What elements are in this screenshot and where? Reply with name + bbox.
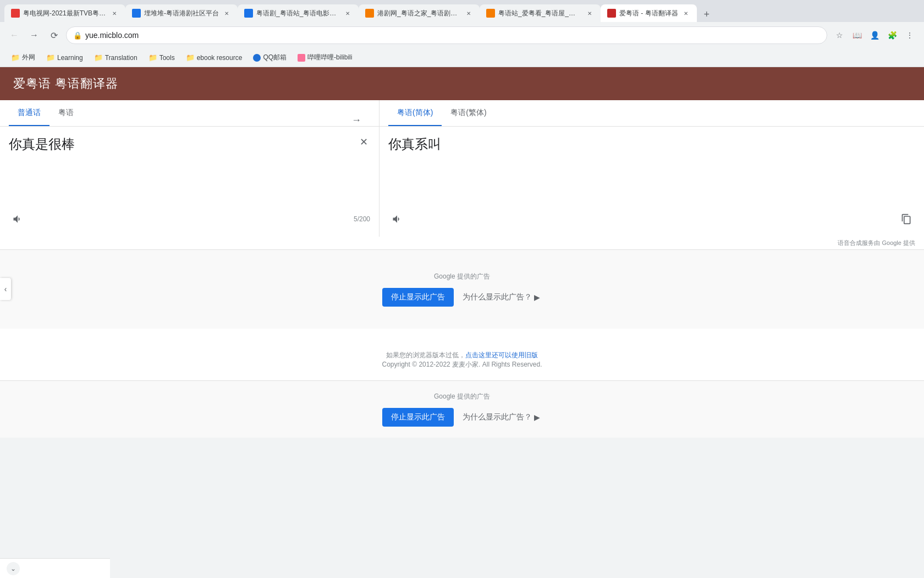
footer-copyright: Copyright © 2012-2022 麦麦小家. All Rights R… <box>0 360 924 369</box>
tab-2[interactable]: 埋堆堆-粤语港剧社区平台 ✕ <box>125 4 238 22</box>
bottom-bar: ⌄ <box>0 558 110 578</box>
bookmark-label: Tools <box>160 54 175 62</box>
tab-close-3[interactable]: ✕ <box>343 9 352 18</box>
tab-favicon-6 <box>607 9 616 18</box>
swap-button[interactable]: → <box>343 114 370 126</box>
tab-label-1: 粤电视网-2021最新TVB粤语... <box>23 9 107 18</box>
tab-close-2[interactable]: ✕ <box>222 9 231 18</box>
bookmark-translation[interactable]: 📁 Translation <box>90 51 142 64</box>
translator-container: 普通话 粤语 → 粤语(简体) 粤语(繁体) <box>0 100 924 250</box>
bottom-ad-why-icon: ▶ <box>534 413 540 422</box>
ad-why-label-1: 为什么显示此广告？ <box>463 292 532 302</box>
collapse-button[interactable]: ⌄ <box>7 562 20 575</box>
ad-buttons-1: 停止显示此广告 为什么显示此广告？ ▶ <box>382 288 542 307</box>
bookmark-label: 哔哩哔哩-bilibili <box>307 53 352 62</box>
extensions-button[interactable]: 🧩 <box>884 28 900 43</box>
clear-button[interactable]: ✕ <box>357 135 370 149</box>
footer: 如果您的浏览器版本过低，点击这里还可以使用旧版 Copyright © 2012… <box>0 329 924 380</box>
main-content: 普通话 粤语 → 粤语(简体) 粤语(繁体) <box>0 100 924 438</box>
bottom-ad-stop-button[interactable]: 停止显示此广告 <box>382 408 454 427</box>
tab-label-2: 埋堆堆-粤语港剧社区平台 <box>144 9 219 18</box>
bookmark-ebook[interactable]: 📁 ebook resource <box>182 51 247 64</box>
tab-close-6[interactable]: ✕ <box>681 9 690 18</box>
left-arrow-button[interactable]: ‹ <box>0 278 11 300</box>
footer-link[interactable]: 点击这里还可以使用旧版 <box>465 351 538 359</box>
tab-close-4[interactable]: ✕ <box>464 9 473 18</box>
footer-notice: 如果您的浏览器版本过低，点击这里还可以使用旧版 <box>0 351 924 360</box>
address-bar[interactable]: 🔒 yue.micblo.com <box>66 26 827 44</box>
address-text: yue.micblo.com <box>85 31 820 40</box>
site-title: 爱粤语 粤语翻译器 <box>13 75 118 92</box>
lang-tabs-row: 普通话 粤语 → 粤语(简体) 粤语(繁体) <box>0 100 924 127</box>
bottom-ad-why-label: 为什么显示此广告？ <box>463 412 532 422</box>
bookmark-waiwang[interactable]: 📁 外网 <box>7 51 40 64</box>
target-tab-label-2: 粤语(繁体) <box>450 108 486 118</box>
source-footer: 5/200 <box>9 210 370 228</box>
profile-button[interactable]: 👤 <box>867 28 882 43</box>
ad-label-1: Google 提供的广告 <box>434 272 490 281</box>
folder-icon: 📁 <box>11 53 20 62</box>
tab-favicon-4 <box>365 9 374 18</box>
forward-button[interactable]: → <box>26 28 42 43</box>
bookmark-bilibili[interactable]: 哔哩哔哩-bilibili <box>293 51 356 64</box>
bookmark-label: QQ邮箱 <box>263 53 287 62</box>
ad-why-icon: ▶ <box>534 293 540 302</box>
bottom-ad-why-button[interactable]: 为什么显示此广告？ ▶ <box>460 408 542 427</box>
tab-favicon-5 <box>486 9 495 18</box>
bookmarks-bar: 📁 外网 📁 Learning 📁 Translation 📁 Tools 📁 … <box>0 48 924 67</box>
tab-5[interactable]: 粤语站_爱粤看_粤语屋_粤语... ✕ <box>480 4 601 22</box>
back-button[interactable]: ← <box>7 28 22 43</box>
browser-chrome: 粤电视网-2021最新TVB粤语... ✕ 埋堆堆-粤语港剧社区平台 ✕ 粤语剧… <box>0 0 924 67</box>
ad-why-button-1[interactable]: 为什么显示此广告？ ▶ <box>460 288 542 307</box>
target-tab-traditional[interactable]: 粤语(繁体) <box>442 100 495 126</box>
ad-stop-button-1[interactable]: 停止显示此广告 <box>382 288 454 307</box>
tab-bar: 粤电视网-2021最新TVB粤语... ✕ 埋堆堆-粤语港剧社区平台 ✕ 粤语剧… <box>0 0 924 22</box>
source-tab-label-1: 普通话 <box>18 108 41 118</box>
folder-icon: 📁 <box>46 53 55 62</box>
bookmark-tools[interactable]: 📁 Tools <box>144 51 179 64</box>
tab-close-1[interactable]: ✕ <box>110 9 119 18</box>
tab-favicon-2 <box>132 9 141 18</box>
ad-container-1: Google 提供的广告 停止显示此广告 为什么显示此广告？ ▶ <box>0 250 924 329</box>
swap-icon: → <box>351 114 361 126</box>
tts-credit: 语音合成服务由 Google 提供 <box>0 237 924 249</box>
bookmark-star-button[interactable]: ☆ <box>832 28 847 43</box>
folder-icon: 📁 <box>148 53 157 62</box>
bottom-ad-label: Google 提供的广告 <box>434 392 490 401</box>
source-tabs: 普通话 粤语 → <box>0 100 380 126</box>
source-text[interactable]: 你真是很棒 <box>9 135 370 206</box>
bookmark-label: 外网 <box>22 53 35 62</box>
tab-label-5: 粤语站_爱粤看_粤语屋_粤语... <box>498 9 582 18</box>
folder-icon: 📁 <box>94 53 103 62</box>
bilibili-favicon <box>298 54 305 62</box>
char-count: 5/200 <box>354 215 370 223</box>
target-tab-simplified[interactable]: 粤语(简体) <box>388 100 442 126</box>
tab-6[interactable]: 爱粤语 - 粤语翻译器 ✕ <box>601 4 697 22</box>
bookmark-qq[interactable]: QQ邮箱 <box>249 51 291 64</box>
folder-icon: 📁 <box>186 53 195 62</box>
tab-favicon-1 <box>11 9 20 18</box>
footer-notice-text: 如果您的浏览器版本过低， <box>386 351 465 359</box>
bookmark-learning[interactable]: 📁 Learning <box>42 51 87 64</box>
secure-icon: 🔒 <box>73 31 82 40</box>
target-speak-button[interactable] <box>388 210 406 228</box>
target-panel: 你真系叫 <box>380 127 924 237</box>
tab-1[interactable]: 粤电视网-2021最新TVB粤语... ✕ <box>4 4 125 22</box>
text-areas: ✕ 你真是很棒 5/200 你真系叫 <box>0 127 924 237</box>
bookmark-label: Translation <box>105 54 138 62</box>
menu-button[interactable]: ⋮ <box>902 28 917 43</box>
source-tab-yueyu[interactable]: 粤语 <box>50 100 82 126</box>
new-tab-button[interactable]: + <box>699 7 714 22</box>
tab-4[interactable]: 港剧网_粤语之家_粤语剧_粤语... ✕ <box>359 4 480 22</box>
copy-button[interactable] <box>898 210 915 228</box>
source-panel: ✕ 你真是很棒 5/200 <box>0 127 380 237</box>
site-header: 爱粤语 粤语翻译器 <box>0 67 924 100</box>
reload-button[interactable]: ⟳ <box>46 28 62 43</box>
tab-close-5[interactable]: ✕ <box>585 9 594 18</box>
tab-label-6: 爱粤语 - 粤语翻译器 <box>619 9 678 18</box>
reading-mode-button[interactable]: 📖 <box>849 28 865 43</box>
source-speak-button[interactable] <box>9 210 26 228</box>
nav-icons: ☆ 📖 👤 🧩 ⋮ <box>832 28 917 43</box>
tab-3[interactable]: 粤语剧_粤语站_粤语电影_粤语... ✕ <box>238 4 359 22</box>
source-tab-putonghua[interactable]: 普通话 <box>9 100 50 126</box>
